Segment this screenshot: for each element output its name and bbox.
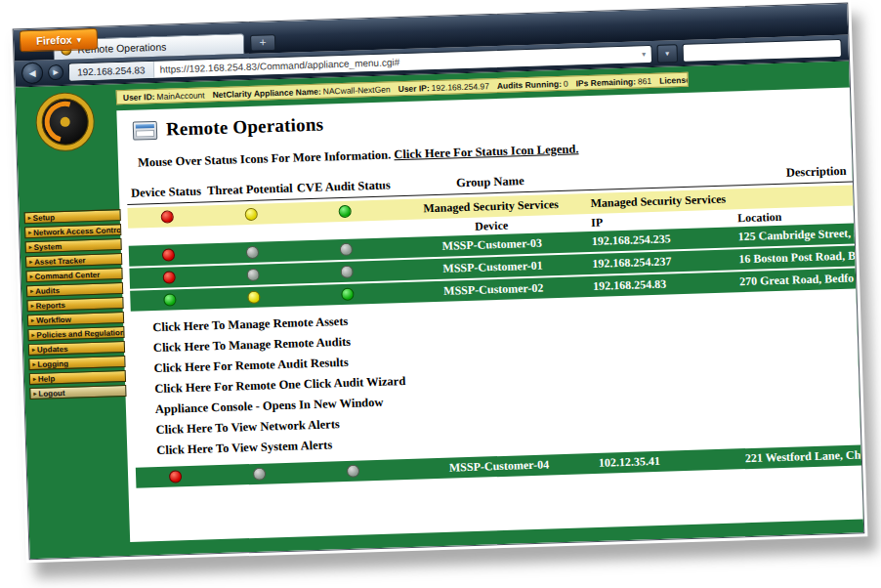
cve-audit-dot[interactable] [341,288,354,301]
content-panel: Remote Operations Mouse Over Status Icon… [116,88,863,542]
device-status-dot[interactable] [162,271,175,283]
sidebar-item-network-access-control[interactable]: ▸Network Access Control [24,224,121,238]
cve-audit-dot[interactable] [339,243,352,256]
menu-arrow-icon: ▸ [31,332,34,338]
sidebar-item-setup[interactable]: ▸Setup [24,209,121,224]
menu-arrow-icon: ▸ [29,244,32,250]
device-status-dot[interactable] [161,248,174,261]
group-device-status-dot[interactable] [160,210,173,223]
instruction-text: Mouse Over Status Icons For More Informa… [138,147,392,169]
new-tab-button[interactable]: + [250,34,276,52]
device-location: 16 Boston Post Road, B [736,248,856,267]
device-location: 125 Cambridge Street, S [735,226,860,244]
header-group-name: Group Name [393,172,588,192]
infobar-audits-running: Audits Running:0 [497,78,568,90]
menu-arrow-icon: ▸ [33,376,36,382]
sidebar-item-reports[interactable]: ▸Reports [26,297,123,312]
infobar-appliance-name: NetClarity Appliance Name:NACwall-NextGe… [212,84,390,100]
netclarity-logo [36,93,95,151]
sidebar-item-logging[interactable]: ▸Logging [28,356,125,370]
cve-audit-dot[interactable] [340,266,353,278]
menu-arrow-icon: ▸ [30,303,33,309]
header-threat-potential: Threat Potential [205,181,295,198]
forward-arrow-icon: ▶ [53,68,59,76]
remote-links: Click Here To Manage Remote Assets Click… [152,295,860,461]
device-ip: 192.168.254.235 [590,230,736,249]
sidebar-item-system[interactable]: ▸System [24,238,121,253]
menu-arrow-icon: ▸ [32,347,35,353]
sidebar-item-audits[interactable]: ▸Audits [26,282,123,297]
search-input[interactable] [682,38,842,62]
sidebar-item-workflow[interactable]: ▸Workflow [27,312,124,326]
menu-arrow-icon: ▸ [33,391,36,397]
device-name: MSSP-Customer-03 [395,234,590,255]
device-name: MSSP-Customer-02 [396,279,591,300]
remote-operations-icon [133,120,158,140]
back-arrow-icon: ◀ [28,68,35,78]
browser-window: Firefox ▾ Remote Operations + ◀ ▶ 192.16… [13,3,865,561]
menu-arrow-icon: ▸ [30,273,33,279]
status-icon-legend-link[interactable]: Click Here For Status Icon Legend. [394,142,578,161]
forward-button[interactable]: ▶ [48,64,63,80]
page-header: Remote Operations [133,98,851,142]
sidebar-item-logout[interactable]: ▸Logout [29,385,126,399]
device-ip: 192.168.254.83 [591,274,737,294]
sidebar-item-updates[interactable]: ▸Updates [28,341,125,356]
sidebar-item-help[interactable]: ▸Help [29,370,126,385]
menu-arrow-icon: ▸ [31,317,34,323]
menu-arrow-icon: ▸ [28,230,31,235]
sidebar-item-command-center[interactable]: ▸Command Center [25,268,122,282]
infobar-license: License:Current [659,73,689,85]
device-ip: 192.168.254.237 [590,252,736,272]
device-name: MSSP-Customer-04 [401,456,597,477]
menu-arrow-icon: ▸ [29,259,32,265]
group-cve-audit-dot[interactable] [338,205,351,218]
header-description: Description [734,163,852,182]
url-dropdown-icon[interactable]: ▾ [637,49,651,58]
device-location: 270 Great Road, Bedfo [737,272,856,290]
firefox-menu-label: Firefox [36,34,72,47]
firefox-menu-button[interactable]: Firefox ▾ [20,28,99,53]
chevron-down-icon: ▾ [77,35,81,44]
group-threat-potential-dot[interactable] [244,208,257,221]
sidebar-item-asset-tracker[interactable]: ▸Asset Tracker [25,253,122,268]
device-table: Device Status Threat Potential CVE Audit… [127,160,857,312]
menu-arrow-icon: ▸ [32,361,35,367]
menu-arrow-icon: ▸ [30,288,33,294]
tilted-screenshot-frame: Firefox ▾ Remote Operations + ◀ ▶ 192.16… [10,0,868,563]
toolbar-dropdown-button[interactable]: ▾ [656,44,678,63]
device-name: MSSP-Customer-01 [395,257,590,277]
chevron-down-icon: ▾ [665,49,669,58]
threat-potential-dot[interactable] [245,246,258,259]
threat-potential-dot[interactable] [252,468,265,481]
group-name: Managed Security Services [393,196,588,217]
device-ip: 102.12.35.41 [597,451,743,471]
infobar-ips-remaining: IPs Remaining:861 [575,75,651,87]
cve-audit-dot[interactable] [346,465,358,478]
device-status-dot[interactable] [163,293,176,306]
threat-potential-dot[interactable] [247,291,260,304]
sidebar-menu: ▸Setup ▸Network Access Control ▸System ▸… [24,209,127,399]
device-location: 221 Westford Lane, Ch [743,447,861,466]
infobar-user-id: User ID:MainAccount [123,90,205,103]
header-device-status: Device Status [127,184,205,201]
device-status-dot[interactable] [168,470,181,483]
infobar-user-ip: User IP:192.168.254.97 [398,81,488,94]
threat-potential-dot[interactable] [246,269,259,281]
page-title: Remote Operations [166,114,324,141]
back-button[interactable]: ◀ [21,63,44,85]
app-page: User ID:MainAccount NetClarity Appliance… [16,62,864,560]
site-identity-box[interactable]: 192.168.254.83 [69,61,154,80]
header-cve-audit-status: CVE Audit Status [295,178,393,195]
sidebar-item-policies-and-regulations[interactable]: ▸Policies and Regulations [27,326,124,341]
menu-arrow-icon: ▸ [28,215,31,221]
